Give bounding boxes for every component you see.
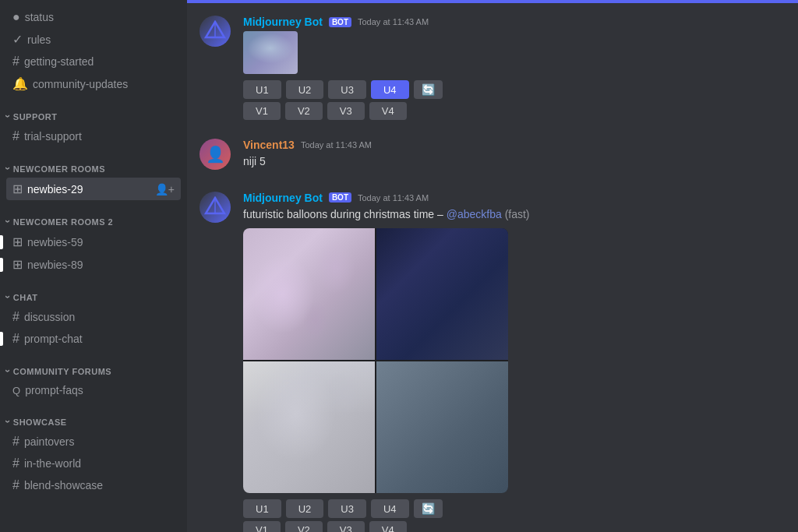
announce-icon: 🔔 [12, 76, 28, 91]
message-username: Midjourney Bot [243, 16, 323, 28]
forum-q-icon: Q [12, 385, 20, 396]
hash-icon: # [12, 435, 19, 449]
v2-button[interactable]: V2 [285, 102, 323, 120]
sidebar-item-newbies-89[interactable]: ⊞ newbies-89 [6, 253, 181, 276]
avatar [200, 192, 231, 223]
sidebar-item-label: newbies-29 [27, 183, 150, 196]
main-content: Midjourney Bot BOT Today at 11:43 AM U1 … [187, 0, 798, 532]
image-quadrant-4 [376, 361, 508, 493]
add-member-icon[interactable]: 👤+ [155, 183, 175, 196]
avatar: 👤 [200, 139, 231, 170]
sidebar-item-label: community-updates [33, 78, 175, 90]
message-header: Midjourney Bot BOT Today at 11:43 AM [243, 16, 786, 28]
v1-button[interactable]: V1 [243, 102, 281, 120]
variation-button-row-1: V1 V2 V3 V4 [243, 102, 508, 120]
sidebar: ● status ✓ rules # getting-started 🔔 com… [0, 0, 187, 532]
sidebar-item-in-the-world[interactable]: # in-the-world [6, 453, 181, 474]
sidebar-section-community-forums: Q prompt-faqs [0, 380, 187, 400]
sidebar-item-trial-support[interactable]: # trial-support [6, 125, 181, 147]
sidebar-section-support: # trial-support [0, 125, 187, 147]
v2-button[interactable]: V2 [285, 521, 323, 532]
message-username: Vincent13 [243, 139, 295, 151]
v3-button[interactable]: V3 [327, 102, 365, 120]
sidebar-item-label: paintovers [24, 435, 175, 448]
sidebar-section-newcomer-rooms: ⊞ newbies-29 👤+ [0, 178, 187, 200]
hash-icon: # [12, 129, 19, 143]
rules-icon: ✓ [12, 32, 23, 47]
u3-button[interactable]: U3 [328, 499, 366, 518]
u1-button[interactable]: U1 [243, 80, 281, 99]
message-content: Midjourney Bot BOT Today at 11:43 AM U1 … [243, 16, 786, 123]
v1-button[interactable]: V1 [243, 521, 281, 532]
message-username: Midjourney Bot [243, 192, 323, 204]
sidebar-item-label: prompt-faqs [25, 384, 175, 396]
image-quadrant-3 [243, 361, 375, 493]
v4-button[interactable]: V4 [369, 521, 407, 532]
mention-link[interactable]: @abeckfba [447, 208, 502, 220]
forum-icon: ⊞ [12, 257, 23, 272]
message-header: Midjourney Bot BOT Today at 11:43 AM [243, 192, 786, 204]
category-newcomer-rooms[interactable]: NEWCOMER ROOMS [0, 150, 187, 178]
message-text: futuristic balloons during christmas tim… [243, 207, 786, 223]
hash-icon: # [12, 332, 19, 346]
sidebar-item-label: trial-support [24, 130, 175, 143]
message-timestamp: Today at 11:43 AM [301, 140, 372, 150]
u2-button[interactable]: U2 [286, 499, 324, 518]
category-community-forums[interactable]: COMMUNITY FORUMS [0, 353, 187, 380]
sidebar-item-discussion[interactable]: # discussion [6, 306, 181, 328]
message-timestamp: Today at 11:43 AM [358, 193, 429, 203]
sidebar-item-prompt-faqs[interactable]: Q prompt-faqs [6, 380, 181, 400]
bot-badge: BOT [329, 17, 351, 27]
sidebar-item-rules[interactable]: ✓ rules [6, 28, 181, 51]
image-quadrant-2 [376, 228, 508, 360]
hash-icon: # [12, 55, 19, 69]
u1-button[interactable]: U1 [243, 499, 281, 518]
u4-button[interactable]: U4 [371, 80, 409, 99]
status-icon: ● [12, 10, 20, 24]
hash-icon: # [12, 310, 19, 324]
small-image-preview [243, 31, 298, 74]
message-timestamp: Today at 11:43 AM [358, 17, 429, 26]
sidebar-item-newbies-29[interactable]: ⊞ newbies-29 👤+ [6, 178, 181, 200]
sidebar-item-label: discussion [24, 311, 175, 323]
category-showcase[interactable]: SHOWCASE [0, 403, 187, 431]
category-newcomer-rooms-2[interactable]: NEWCOMER ROOMS 2 [0, 203, 187, 231]
sidebar-item-newbies-59[interactable]: ⊞ newbies-59 [6, 231, 181, 253]
sidebar-item-label: getting-started [24, 55, 175, 68]
hash-icon: # [12, 456, 19, 470]
refresh-button-1[interactable]: 🔄 [414, 80, 443, 99]
u4-button[interactable]: U4 [371, 499, 409, 518]
sidebar-item-label: in-the-world [24, 457, 175, 470]
category-support[interactable]: SUPPORT [0, 98, 187, 125]
sidebar-item-prompt-chat[interactable]: # prompt-chat [6, 328, 181, 350]
sidebar-section-chat: # discussion # prompt-chat [0, 306, 187, 350]
message-group: Midjourney Bot BOT Today at 11:43 AM fut… [200, 192, 786, 532]
sidebar-section-info: ● status ✓ rules # getting-started 🔔 com… [0, 0, 187, 95]
message-group: 👤 Vincent13 Today at 11:43 AM niji 5 [200, 139, 786, 176]
sidebar-section-newcomer-rooms-2: ⊞ newbies-59 ⊞ newbies-89 [0, 231, 187, 276]
forum-icon: ⊞ [12, 181, 23, 196]
upscale-button-row-2: U1 U2 U3 U4 🔄 [243, 499, 508, 518]
category-chat[interactable]: CHAT [0, 279, 187, 306]
sidebar-item-label: status [25, 11, 175, 23]
variation-button-row-2: V1 V2 V3 V4 [243, 521, 508, 532]
sidebar-item-status[interactable]: ● status [6, 6, 181, 28]
message-body-text: futuristic balloons during christmas tim… [243, 208, 434, 220]
message-content: Vincent13 Today at 11:43 AM niji 5 [243, 139, 786, 176]
v4-button[interactable]: V4 [369, 102, 407, 120]
sidebar-item-paintovers[interactable]: # paintovers [6, 431, 181, 453]
dash-separator: – [437, 208, 447, 220]
sidebar-item-getting-started[interactable]: # getting-started [6, 51, 181, 72]
upscale-button-row-1: U1 U2 U3 U4 🔄 [243, 80, 508, 99]
u2-button[interactable]: U2 [286, 80, 324, 99]
image-quadrant-1 [243, 228, 375, 360]
bot-badge: BOT [329, 192, 351, 203]
u3-button[interactable]: U3 [328, 80, 366, 99]
sidebar-section-showcase: # paintovers # in-the-world # blend-show… [0, 431, 187, 496]
sidebar-item-label: newbies-59 [27, 236, 175, 248]
refresh-button-2[interactable]: 🔄 [414, 499, 443, 518]
sidebar-item-community-updates[interactable]: 🔔 community-updates [6, 72, 181, 95]
sidebar-item-blend-showcase[interactable]: # blend-showcase [6, 474, 181, 496]
v3-button[interactable]: V3 [327, 521, 365, 532]
forum-icon: ⊞ [12, 234, 23, 249]
